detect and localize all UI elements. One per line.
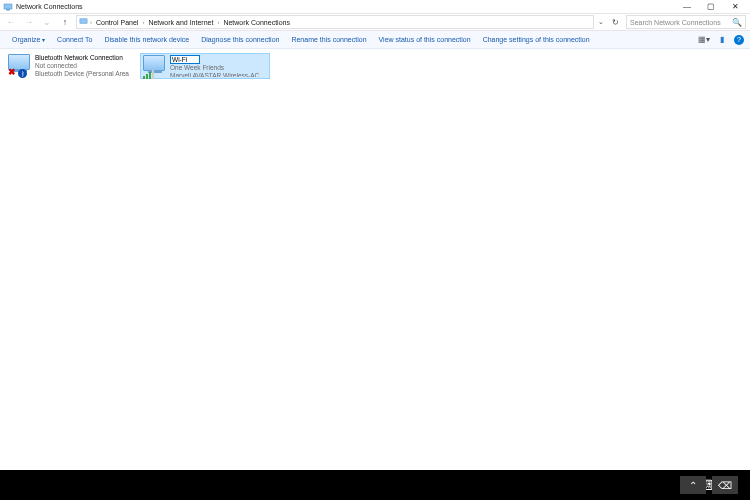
app-icon — [3, 2, 13, 12]
connection-item-bluetooth[interactable]: ✖ ᛒ Bluetooth Network Connection Not con… — [6, 53, 136, 79]
panel-up-button[interactable]: ⌃ — [680, 476, 706, 494]
back-button[interactable]: ← — [4, 15, 18, 29]
refresh-button[interactable]: ↻ — [608, 18, 622, 27]
disabled-x-icon: ✖ — [8, 68, 18, 78]
window-title: Network Connections — [16, 3, 675, 10]
view-status-button[interactable]: View status of this connection — [373, 36, 477, 43]
breadcrumb-item[interactable]: Control Panel — [94, 19, 140, 26]
breadcrumb-item[interactable]: Network and Internet — [146, 19, 215, 26]
breadcrumb-dropdown[interactable]: ⌄ — [598, 18, 604, 26]
command-bar: Organize Connect To Disable this network… — [0, 31, 750, 49]
minimize-button[interactable]: — — [675, 0, 699, 13]
rename-button[interactable]: Rename this connection — [285, 36, 372, 43]
bluetooth-icon: ᛒ — [18, 69, 27, 78]
search-box[interactable]: Search Network Connections 🔍 — [626, 15, 746, 29]
network-icon — [79, 17, 88, 27]
taskbar: ⌨ ✕ — [0, 470, 750, 500]
connection-icon: ✖ ᛒ — [8, 54, 32, 78]
nav-bar: ← → ⌄ ↑ › Control Panel › Network and In… — [0, 13, 750, 31]
svg-rect-0 — [4, 4, 12, 9]
breadcrumb[interactable]: › Control Panel › Network and Internet ›… — [76, 15, 594, 29]
organize-menu[interactable]: Organize — [6, 36, 51, 43]
forward-button[interactable]: → — [22, 15, 36, 29]
search-placeholder: Search Network Connections — [630, 19, 721, 26]
search-icon: 🔍 — [732, 18, 742, 27]
svg-rect-2 — [80, 19, 87, 24]
window-controls: — ▢ ✕ — [675, 0, 747, 13]
view-options-button[interactable]: ▦▾ — [698, 34, 710, 46]
connect-to-button[interactable]: Connect To — [51, 36, 98, 43]
chevron-right-icon: › — [90, 19, 92, 25]
connection-item-wifi[interactable]: One Week Friends Marvell AVASTAR Wireles… — [140, 53, 270, 79]
connection-name: Bluetooth Network Connection — [35, 54, 134, 62]
up-button[interactable]: ↑ — [58, 15, 72, 29]
content-area: ✖ ᛒ Bluetooth Network Connection Not con… — [0, 49, 750, 83]
svg-rect-1 — [6, 9, 10, 11]
diagnose-button[interactable]: Diagnose this connection — [195, 36, 285, 43]
close-button[interactable]: ✕ — [723, 0, 747, 13]
breadcrumb-item[interactable]: Network Connections — [221, 19, 292, 26]
maximize-button[interactable]: ▢ — [699, 0, 723, 13]
title-bar: Network Connections — ▢ ✕ — [0, 0, 750, 13]
connection-icon — [143, 55, 167, 79]
recent-dropdown[interactable]: ⌄ — [40, 15, 54, 29]
change-settings-button[interactable]: Change settings of this connection — [477, 36, 596, 43]
rename-input[interactable] — [170, 55, 200, 64]
connection-status: Not connected — [35, 62, 134, 70]
panel-backspace-button[interactable]: ⌫ — [712, 476, 738, 494]
connection-text: Bluetooth Network Connection Not connect… — [35, 54, 134, 78]
wifi-signal-icon — [143, 70, 154, 79]
connection-status: One Week Friends — [170, 64, 267, 72]
help-icon[interactable]: ? — [734, 35, 744, 45]
connection-device: Bluetooth Device (Personal Area ... — [35, 70, 134, 78]
preview-pane-button[interactable]: ▮ — [716, 34, 728, 46]
connection-text: One Week Friends Marvell AVASTAR Wireles… — [170, 55, 267, 77]
connection-device: Marvell AVASTAR Wireless-AC Ne... — [170, 72, 267, 77]
input-panel-controls: ⌃ ⌫ — [680, 458, 738, 470]
disable-device-button[interactable]: Disable this network device — [98, 36, 195, 43]
chevron-right-icon: › — [217, 19, 219, 25]
chevron-right-icon: › — [142, 19, 144, 25]
